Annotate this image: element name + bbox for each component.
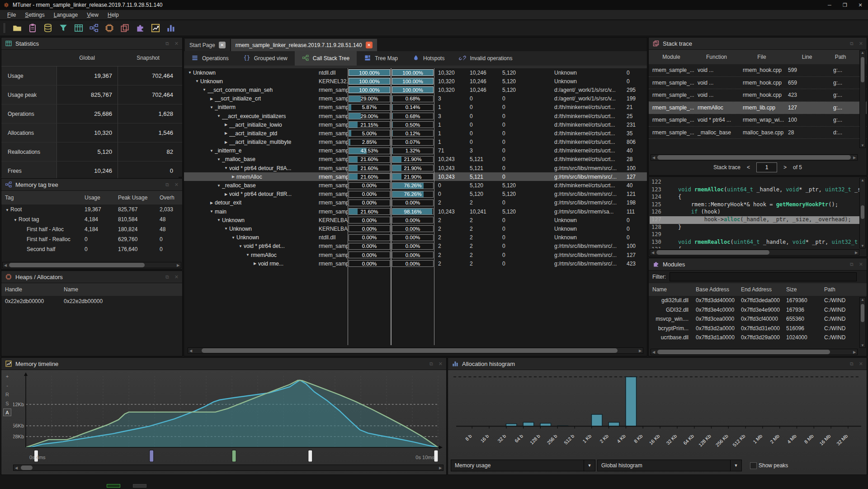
- callstack-row[interactable]: ▶__scrt_initialize_crtrmem_sample_...29.…: [184, 95, 647, 103]
- stack-trace-col-function[interactable]: Function: [694, 54, 739, 60]
- modules-col-end-address[interactable]: End Address: [737, 286, 783, 293]
- close-icon[interactable]: ✕: [859, 261, 863, 267]
- modules-hscrollbar[interactable]: ◀▶: [651, 349, 858, 355]
- timeline-chart[interactable]: 512Kb256Kb128Kb0s 4ms0s 10ms: [13, 371, 443, 462]
- stack-trace-row[interactable]: rmem_sample_...void ...rmem_hook.cpp659g…: [649, 77, 867, 90]
- stack-trace-col-module[interactable]: Module: [649, 54, 694, 60]
- callstack-row[interactable]: ▶__acrt_initialize_multibytermem_sample_…: [184, 138, 647, 147]
- heaps-col-name[interactable]: Name: [60, 286, 178, 293]
- timeline-button-r[interactable]: R: [3, 390, 11, 398]
- tagtree-row[interactable]: First half - Realloc0629,7600: [1, 234, 182, 244]
- timeline-button-+[interactable]: +: [3, 372, 11, 380]
- module-row[interactable]: bcryptPrim...0x7ffd3d2a00000x7ffd3d31e00…: [649, 324, 867, 333]
- callstack-row[interactable]: ▶__acrt_initialize_ptdrmem_sample_...5.0…: [184, 129, 647, 138]
- callstack-row[interactable]: ▼mainrmem_sample_...21.60%98.16%10,24310…: [184, 207, 647, 216]
- menu-help[interactable]: Help: [103, 12, 123, 18]
- callstack-row[interactable]: ▼Unknownntdll.dll100.00%100.00%10,32010,…: [184, 68, 647, 77]
- modules-vscrollbar[interactable]: ▲ ▼: [859, 297, 866, 348]
- source-view-panel[interactable]: 122123 void rmemAlloc(uint64_t _handle, …: [648, 176, 867, 257]
- chevron-down-icon[interactable]: ▼: [730, 460, 741, 471]
- modules-col-base-address[interactable]: Base Address: [692, 286, 737, 293]
- callstack-row[interactable]: ▼void * ptr64 det...rmem_sample_...0.00%…: [184, 242, 647, 251]
- stack-trace-row[interactable]: rmem_sample_..._malloc_basemalloc_base.c…: [649, 127, 867, 139]
- close-icon[interactable]: ✕: [175, 41, 179, 47]
- callstack-row[interactable]: ▼_inittermrmem_sample_...5.87%0.14%100d:…: [184, 103, 647, 112]
- menu-file[interactable]: File: [3, 12, 20, 18]
- callstack-row[interactable]: ▼UnknownKERNELBASE.dll0.00%0.00%220Unkno…: [184, 216, 647, 224]
- statistics-col-snapshot[interactable]: Snapshot: [118, 55, 179, 61]
- tab-call-stack-tree[interactable]: Call Stack Tree: [295, 51, 357, 66]
- histogram-view-icon[interactable]: [165, 23, 176, 33]
- source-hscrollbar[interactable]: ◀▶: [650, 249, 859, 256]
- open-file-icon[interactable]: [12, 23, 23, 33]
- tab-invalid-operations[interactable]: Invalid operations: [452, 51, 519, 66]
- stack-trace-col-path[interactable]: Path: [830, 54, 851, 60]
- callstack-row[interactable]: ▶__acrt_initialize_lowiormem_sample_...2…: [184, 120, 647, 129]
- module-row[interactable]: GDI32.dll0x7ffd3e4c00000x7ffd3e4e9000167…: [649, 305, 867, 315]
- callstack-row[interactable]: ▼rmemAllocrmem_sample_...0.00%0.00%220g:…: [184, 251, 647, 259]
- modules-view-icon[interactable]: [135, 23, 146, 33]
- tagtree-hscrollbar[interactable]: ◀▶: [2, 262, 181, 268]
- filter-input[interactable]: [670, 272, 857, 281]
- callstack-row[interactable]: ▼UnknownKERNELBASE.dll0.00%0.00%220Unkno…: [184, 224, 647, 233]
- modules-col-size[interactable]: Size: [783, 286, 821, 293]
- tab-rmem-sample-linker-release-2019-7-11-9-28-51-140[interactable]: rmem_sample_linker_release.2019.7.11.9.2…: [231, 39, 377, 51]
- callstack-row[interactable]: ▼UnknownKERNEL32.DLL100.00%100.00%10,320…: [184, 77, 647, 85]
- tagtree-col-peak-usage[interactable]: Peak Usage: [114, 195, 156, 201]
- tab-operations[interactable]: Operations: [184, 51, 236, 66]
- tagtree-row[interactable]: ▼Root19,367825,7672,033: [1, 204, 182, 214]
- tab-hotspots[interactable]: Hotspots: [405, 51, 452, 66]
- close-button[interactable]: ✕: [853, 0, 868, 10]
- tab-tree-map[interactable]: Tree Map: [357, 51, 405, 66]
- callstack-row[interactable]: ▶detour_exitrmem_sample_...0.00%0.00%220…: [184, 199, 647, 207]
- show-peaks-checkbox[interactable]: [750, 462, 757, 469]
- callstack-row[interactable]: ▼_realloc_basermem_sample_...0.00%76.26%…: [184, 181, 647, 190]
- callstack-row[interactable]: ▼_initterm_ermem_sample_...43.53%1.32%71…: [184, 147, 647, 155]
- pager-next-button[interactable]: >: [783, 164, 787, 171]
- float-icon[interactable]: ⧉: [165, 41, 169, 47]
- stack-trace-row[interactable]: rmem_sample_...void ...rmem_hook.cpp599g…: [649, 64, 867, 77]
- database-icon[interactable]: [42, 23, 53, 33]
- tab-grouped-view[interactable]: {}Grouped view: [236, 51, 295, 66]
- memory-usage-dropdown[interactable]: Memory usage ▼: [451, 460, 595, 471]
- stack-trace-row[interactable]: rmem_sample_...void * ptr64 ...rmem_wrap…: [649, 114, 867, 127]
- close-icon[interactable]: ✕: [859, 41, 863, 47]
- menu-settings[interactable]: Settings: [20, 12, 49, 18]
- tagtree-row[interactable]: First half - Alloc4,184180,82448: [1, 224, 182, 234]
- chevron-down-icon[interactable]: ▼: [584, 460, 595, 471]
- float-icon[interactable]: ⧉: [850, 361, 854, 367]
- close-icon[interactable]: ✕: [175, 274, 179, 280]
- heaps-view-icon[interactable]: [104, 23, 115, 33]
- callstack-row[interactable]: ▼void * ptr64 detour_RtlA...rmem_sample_…: [184, 164, 647, 172]
- callstack-row[interactable]: ▶void rme...rmem_sample_...0.00%0.00%220…: [184, 259, 647, 268]
- minimize-button[interactable]: ─: [822, 0, 837, 10]
- float-icon[interactable]: ⧉: [850, 41, 854, 47]
- source-vscrollbar[interactable]: ▲ ▼: [859, 178, 866, 248]
- float-icon[interactable]: ⧉: [850, 261, 854, 267]
- maximize-button[interactable]: ❐: [837, 0, 853, 10]
- tagtree-row[interactable]: Second half0176,6400: [1, 244, 182, 254]
- tab-close-icon[interactable]: ✕: [219, 42, 226, 48]
- callstack-row[interactable]: ▼_malloc_basermem_sample_...21.60%21.90%…: [184, 155, 647, 164]
- modules-col-path[interactable]: Path: [821, 286, 848, 293]
- module-row[interactable]: msvcp_win....0x7ffd3cea00000x7ffd3cf4000…: [649, 314, 867, 324]
- callstack-row[interactable]: ▼__scrt_common_main_sehrmem_sample_...10…: [184, 85, 647, 94]
- timeline-view-icon[interactable]: [150, 23, 161, 33]
- heaps-row[interactable]: 0x22e2db000000x22e2db00000: [1, 296, 182, 307]
- stack-trace-col-line[interactable]: Line: [784, 54, 830, 60]
- filter-icon[interactable]: [58, 23, 69, 33]
- close-icon[interactable]: ✕: [859, 361, 863, 367]
- callstack-row[interactable]: ▼Unknownntdll.dll0.00%0.00%220Unknown0: [184, 233, 647, 242]
- callstack-hscrollbar[interactable]: ◀▶: [188, 347, 643, 354]
- tag-tree-view-icon[interactable]: [89, 23, 99, 33]
- tagtree-row[interactable]: ▼Root tag4,184810,58448: [1, 214, 182, 224]
- timeline-hscrollbar[interactable]: ◀▶: [13, 465, 443, 471]
- histogram-type-dropdown[interactable]: Global histogram ▼: [597, 460, 742, 471]
- module-row[interactable]: gdi32full.dll0x7ffd3dd400000x7ffd3deda00…: [649, 296, 867, 305]
- callstack-row[interactable]: ▶rmemAllocrmem_sample_...21.60%21.90%10,…: [184, 172, 647, 181]
- callstack-row[interactable]: ▼__acrt_execute_initializersrmem_sample_…: [184, 112, 647, 120]
- close-icon[interactable]: ✕: [439, 361, 443, 367]
- stack-trace-hscrollbar[interactable]: ◀▶: [651, 154, 858, 161]
- pager-prev-button[interactable]: <: [747, 164, 750, 171]
- float-icon[interactable]: ⧉: [165, 274, 169, 280]
